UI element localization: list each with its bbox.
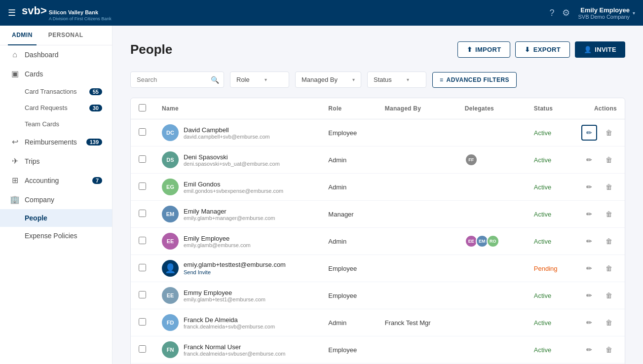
role-filter[interactable]: Role ▾ — [230, 72, 289, 88]
table-row: FNFranck Normal Userfranck.dealmeida+svb… — [131, 336, 625, 364]
person-role: Admin — [320, 309, 377, 336]
delegate-avatar: FF — [465, 153, 478, 166]
topnav-left: ☰ svb> Silicon Valley Bank A Division of… — [8, 4, 112, 21]
person-name: Emily Employee — [184, 235, 251, 242]
managed-by-filter[interactable]: Managed By ▾ — [295, 72, 361, 88]
person-name-cell: FDFranck De Almeidafranck.dealmeida+svb@… — [154, 309, 320, 336]
sidebar-item-reimbursements[interactable]: ↩ Reimbursements 139 — [0, 132, 112, 151]
reimbursements-badge: 139 — [86, 139, 102, 146]
sidebar-item-cards[interactable]: ▣ Cards — [0, 64, 112, 83]
person-avatar: EG — [162, 179, 179, 195]
sidebar-label-accounting: Accounting — [25, 177, 87, 184]
person-name-cell: 👤emiy.glamb+testtest@emburse.comSend Inv… — [154, 255, 320, 282]
import-icon: ⬆ — [467, 46, 472, 53]
table-row: EMEmily Manageremily.glamb+manager@embur… — [131, 201, 625, 228]
accounting-icon: ⊞ — [10, 176, 20, 185]
sidebar-item-people[interactable]: People — [0, 209, 112, 227]
person-email: deni.spasovski+svb_uat@emburse.com — [184, 161, 280, 167]
role-filter-label: Role — [236, 76, 250, 83]
person-actions: ✏🗑 — [573, 309, 625, 336]
edit-person-button[interactable]: ✏ — [581, 342, 597, 358]
person-name-cell: EEEmily Employeeemily.glamb@emburse.com — [154, 228, 320, 255]
row-checkbox[interactable] — [139, 318, 146, 326]
advanced-filters-button[interactable]: ≡ ADVANCED FILTERS — [432, 72, 517, 88]
sidebar-item-trips[interactable]: ✈ Trips — [0, 151, 112, 171]
managed-by-label: Managed By — [302, 76, 338, 83]
header-managed-by: Managed By — [377, 98, 457, 119]
hamburger-icon[interactable]: ☰ — [8, 7, 16, 18]
delete-person-button[interactable]: 🗑 — [601, 152, 617, 168]
sidebar-item-card-requests[interactable]: Card Requests 30 — [0, 100, 112, 116]
delete-person-button[interactable]: 🗑 — [601, 342, 617, 358]
delete-person-button[interactable]: 🗑 — [601, 288, 617, 303]
header-delegates: Delegates — [457, 98, 526, 119]
row-checkbox[interactable] — [139, 237, 146, 244]
sidebar-item-accounting[interactable]: ⊞ Accounting 7 — [0, 171, 112, 190]
tab-personal[interactable]: PERSONAL — [44, 26, 87, 45]
sidebar-label-cards: Cards — [25, 70, 102, 78]
edit-person-button[interactable]: ✏ — [581, 152, 597, 168]
edit-person-button[interactable]: ✏ — [581, 315, 597, 330]
person-email: emily.glamb+manager@emburse.com — [184, 215, 275, 221]
row-checkbox[interactable] — [139, 345, 146, 353]
person-actions: ✏🗑 — [573, 282, 625, 309]
sidebar-item-card-transactions[interactable]: Card Transactions 55 — [0, 83, 112, 100]
sidebar-item-team-cards[interactable]: Team Cards — [0, 116, 112, 132]
person-managed-by — [377, 119, 457, 146]
person-avatar: 👤 — [162, 260, 179, 277]
person-avatar: EE — [162, 233, 179, 250]
invite-button[interactable]: 👤 INVITE — [575, 41, 625, 58]
sidebar-item-dashboard[interactable]: ⌂ Dashboard — [0, 45, 112, 64]
user-menu[interactable]: Emily Employee SVB Demo Company ▾ — [578, 6, 635, 20]
delete-person-button[interactable]: 🗑 — [601, 206, 617, 222]
search-icon: 🔍 — [211, 76, 219, 84]
delete-person-button[interactable]: 🗑 — [601, 260, 617, 276]
send-invite-link[interactable]: Send Invite — [184, 269, 211, 275]
sidebar-item-company[interactable]: 🏢 Company — [0, 190, 112, 209]
logo-bank-name: Silicon Valley Bank — [49, 9, 112, 16]
status-filter[interactable]: Status ▾ — [367, 72, 426, 88]
row-checkbox[interactable] — [139, 291, 146, 298]
status-badge: Active — [526, 174, 573, 201]
help-icon[interactable]: ? — [549, 8, 554, 18]
person-delegates — [457, 309, 526, 336]
import-label: IMPORT — [475, 46, 501, 53]
trips-icon: ✈ — [10, 156, 20, 166]
person-avatar: FD — [162, 314, 179, 331]
user-name: Emily Employee — [578, 6, 630, 14]
search-input[interactable] — [130, 72, 224, 88]
settings-icon[interactable]: ⚙ — [562, 7, 570, 18]
edit-person-button[interactable]: ✏ — [581, 125, 597, 141]
person-delegates — [457, 201, 526, 228]
header-name: Name — [154, 98, 320, 119]
edit-person-button[interactable]: ✏ — [581, 288, 597, 303]
person-delegates: FF — [457, 146, 526, 174]
delete-person-button[interactable]: 🗑 — [601, 125, 617, 141]
edit-person-button[interactable]: ✏ — [581, 206, 597, 222]
table-row: FDFranck De Almeidafranck.dealmeida+svb@… — [131, 309, 625, 336]
delete-person-button[interactable]: 🗑 — [601, 315, 617, 330]
table-body: DCDavid Campbelldavid.campbell+svb@embur… — [131, 119, 625, 364]
delete-person-button[interactable]: 🗑 — [601, 233, 617, 249]
export-button[interactable]: ⬇ EXPORT — [515, 41, 570, 58]
person-actions: ✏🗑 — [573, 255, 625, 282]
person-actions: ✏🗑 — [573, 336, 625, 364]
delete-person-button[interactable]: 🗑 — [601, 179, 617, 195]
person-delegates — [457, 282, 526, 309]
tab-admin[interactable]: ADMIN — [8, 26, 37, 45]
table-row: DCDavid Campbelldavid.campbell+svb@embur… — [131, 119, 625, 146]
row-checkbox[interactable] — [139, 155, 146, 163]
edit-person-button[interactable]: ✏ — [581, 260, 597, 276]
select-all-checkbox[interactable] — [139, 104, 146, 111]
edit-person-button[interactable]: ✏ — [581, 179, 597, 195]
row-checkbox[interactable] — [139, 128, 146, 136]
row-checkbox[interactable] — [139, 210, 146, 217]
person-managed-by — [377, 174, 457, 201]
edit-person-button[interactable]: ✏ — [581, 233, 597, 249]
import-button[interactable]: ⬆ IMPORT — [457, 41, 511, 58]
sidebar-item-expense-policies[interactable]: Expense Policies — [0, 227, 112, 245]
person-managed-by — [377, 201, 457, 228]
person-email: emily.glamb@emburse.com — [184, 242, 251, 248]
row-checkbox[interactable] — [139, 264, 146, 271]
row-checkbox[interactable] — [139, 182, 146, 190]
